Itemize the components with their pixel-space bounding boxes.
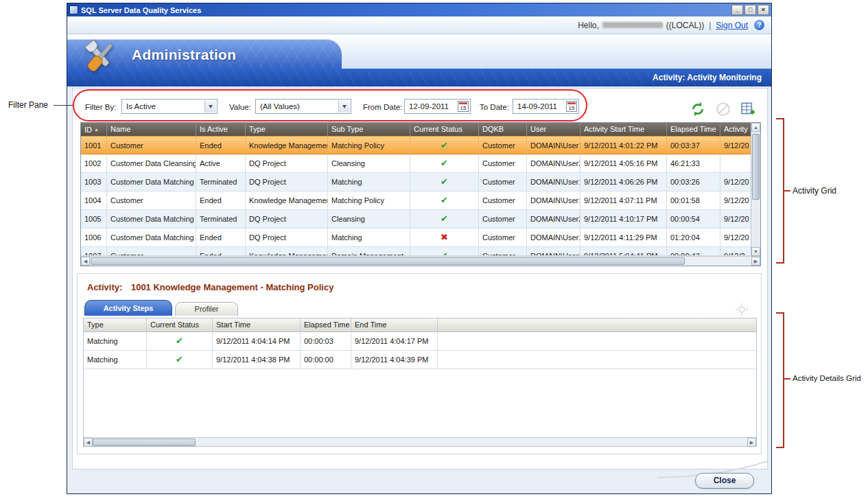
cell: Ended — [196, 229, 246, 246]
column-header-id[interactable]: ID▲ — [81, 123, 107, 136]
cell: DOMAIN\User1 — [527, 173, 580, 191]
grid-row[interactable]: 1002Customer Data CleansingActiveDQ Proj… — [81, 154, 751, 173]
column-header-activity-start-time[interactable]: Activity Start Time — [580, 123, 667, 136]
close-window-button[interactable]: × — [758, 5, 769, 15]
column-header-end-time[interactable]: End Time — [351, 318, 438, 331]
cell: Customer — [479, 137, 527, 154]
export-table-icon — [740, 101, 757, 117]
close-button[interactable]: Close — [695, 473, 754, 489]
cell: 9/12/2011 5:04:41 PM — [580, 247, 667, 255]
column-header-current-status[interactable]: Current Status — [410, 123, 479, 136]
cell: 9/12/2011 4:04:17 PM — [351, 332, 438, 350]
column-header-type[interactable]: Type — [84, 318, 147, 331]
details-tool-button-disabled[interactable] — [735, 303, 749, 316]
column-header-current-status[interactable]: Current Status — [147, 318, 213, 331]
minimize-button[interactable]: _ — [731, 5, 743, 15]
cell: Customer — [479, 154, 527, 172]
activity-grid-vertical-scrollbar[interactable]: ▲ ▼ — [751, 123, 760, 256]
cell: Matching — [84, 351, 147, 369]
grid-row[interactable]: 1005Customer Data MatchingTerminatedDQ P… — [81, 210, 751, 229]
filter-by-value: Is Active — [126, 100, 156, 113]
from-date-field[interactable]: 12-09-2011 15 — [404, 99, 471, 114]
app-icon — [69, 5, 78, 14]
cell: Customer — [479, 229, 527, 246]
sign-out-link[interactable]: Sign Out — [716, 21, 748, 30]
grid-row[interactable]: Matching✔9/12/2011 4:04:38 PM00:00:009/1… — [84, 351, 756, 369]
chevron-down-icon[interactable] — [338, 100, 350, 113]
activity-grid-header-row: ID▲NameIs ActiveTypeSub TypeCurrent Stat… — [81, 123, 751, 136]
horizontal-scrollbar-thumb[interactable] — [93, 439, 196, 446]
cell: DQ Project — [246, 173, 328, 191]
scroll-left-icon[interactable]: ◀ — [81, 257, 90, 266]
refresh-button[interactable] — [690, 101, 706, 117]
column-header-elapsed-time[interactable]: Elapsed Time — [667, 123, 720, 136]
masked-username — [602, 22, 663, 28]
cell: ✔ — [147, 332, 213, 350]
local-server-text: ((LOCAL)) — [666, 21, 704, 30]
cell: Knowledge Management — [246, 137, 328, 154]
chevron-down-icon[interactable] — [204, 100, 216, 113]
filter-by-dropdown[interactable]: Is Active — [121, 99, 218, 114]
grid-row[interactable]: Matching✔9/12/2011 4:04:14 PM00:00:039/1… — [84, 332, 756, 351]
cell: ✖ — [410, 229, 479, 246]
cell: Knowledge Management — [246, 247, 328, 255]
activity-grid-horizontal-scrollbar[interactable]: ◀ ▶ — [81, 256, 760, 266]
status-ok-icon: ✔ — [441, 250, 448, 255]
app-window: SQL Server Data Quality Services _ □ × H… — [67, 3, 772, 494]
cell: Cleansing — [328, 154, 410, 172]
activity-grid: ID▲NameIs ActiveTypeSub TypeCurrent Stat… — [80, 122, 761, 266]
to-date-field[interactable]: 14-09-2011 15 — [513, 99, 579, 114]
help-icon[interactable]: ? — [754, 20, 764, 30]
vertical-scrollbar-thumb[interactable] — [752, 134, 760, 200]
cell: 46:21:33 — [667, 154, 720, 172]
separator: | — [709, 21, 711, 30]
column-header-name[interactable]: Name — [107, 123, 196, 136]
scroll-right-icon[interactable]: ▶ — [751, 257, 760, 266]
column-header-start-time[interactable]: Start Time — [213, 318, 301, 331]
cell: 1004 — [81, 191, 107, 209]
terminate-activity-button-disabled[interactable] — [715, 101, 731, 117]
scroll-left-icon[interactable]: ◀ — [84, 438, 93, 447]
grid-row-partial[interactable]: 1007CustomerEndedKnowledge ManagementDom… — [81, 247, 751, 256]
cell: Knowledge Management — [246, 191, 328, 209]
maximize-button[interactable]: □ — [744, 5, 756, 15]
cell-filler — [438, 351, 756, 369]
page-title: Administration — [132, 47, 236, 63]
tab-activity-steps[interactable]: Activity Steps — [84, 300, 172, 316]
calendar-icon[interactable]: 15 — [566, 101, 577, 112]
grid-row[interactable]: 1006Customer Data MatchingEndedDQ Projec… — [81, 229, 751, 247]
status-ok-icon: ✔ — [176, 336, 183, 346]
grid-row[interactable]: 1001CustomerEndedKnowledge ManagementMat… — [81, 136, 751, 154]
tab-profiler[interactable]: Profiler — [175, 302, 238, 316]
details-grid-horizontal-scrollbar[interactable]: ◀ ▶ — [84, 437, 756, 446]
cell: Customer — [107, 137, 196, 154]
cell: Customer — [107, 247, 196, 255]
status-ok-icon: ✔ — [441, 213, 448, 224]
cell: DOMAIN\User1 — [527, 137, 580, 154]
column-header-sub-type[interactable]: Sub Type — [328, 123, 410, 136]
cell: Matching — [84, 332, 147, 350]
calendar-icon[interactable]: 15 — [458, 101, 469, 112]
grid-row[interactable]: 1004CustomerEndedKnowledge ManagementMat… — [81, 191, 751, 210]
cell: 1001 — [81, 137, 107, 154]
scroll-right-icon[interactable]: ▶ — [747, 438, 756, 447]
value-dropdown[interactable]: (All Values) — [255, 99, 351, 114]
export-button[interactable] — [740, 101, 757, 117]
cell: Cleansing — [328, 210, 410, 228]
column-header-type[interactable]: Type — [246, 123, 328, 136]
scroll-down-icon[interactable]: ▼ — [751, 247, 760, 256]
column-header-activity[interactable]: Activity — [720, 123, 751, 136]
title-bar: SQL Server Data Quality Services _ □ × — [67, 3, 771, 16]
column-header-dqkb[interactable]: DQKB — [479, 123, 527, 136]
scroll-up-icon[interactable]: ▲ — [751, 123, 760, 132]
column-header-user[interactable]: User — [527, 123, 580, 136]
grid-row[interactable]: 1003Customer Data MatchingTerminatedDQ P… — [81, 173, 751, 191]
cell: Customer — [479, 210, 527, 228]
annotation-activity-grid-bracket — [776, 118, 784, 264]
column-header-is-active[interactable]: Is Active — [196, 123, 246, 136]
activity-context-label: Activity: Activity Monitoring — [653, 73, 762, 82]
cell: 9/12/2011 4:10:17 PM — [580, 210, 667, 228]
horizontal-scrollbar-thumb[interactable] — [91, 257, 685, 265]
status-ok-icon: ✔ — [441, 158, 448, 168]
column-header-elapsed-time[interactable]: Elapsed Time — [301, 318, 351, 331]
